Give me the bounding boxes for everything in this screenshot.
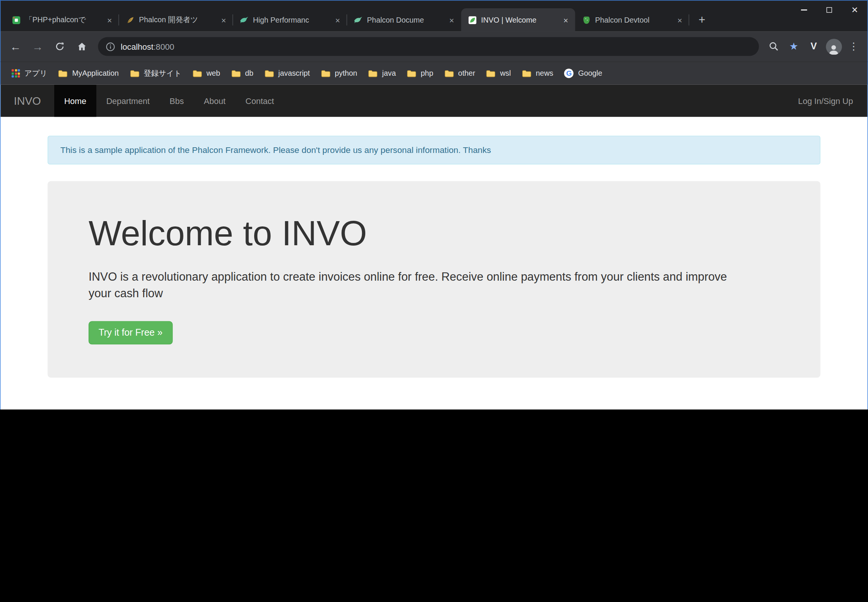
quill-favicon-icon <box>126 15 135 25</box>
tab-close-icon[interactable]: × <box>219 15 229 25</box>
page-info-icon[interactable] <box>106 42 115 51</box>
folder-icon <box>444 69 454 77</box>
minimize-button[interactable] <box>791 0 817 19</box>
bookmark-label: Google <box>578 69 602 78</box>
forward-button[interactable]: → <box>27 36 48 57</box>
folder-icon <box>231 69 241 77</box>
bookmark-folder-python[interactable]: python <box>316 65 363 82</box>
bookmark-label: MyApplication <box>72 69 119 78</box>
bookmark-label: db <box>245 69 253 78</box>
info-alert: This is a sample application of the Phal… <box>48 136 820 164</box>
folder-icon <box>522 69 531 77</box>
browser-menu-button[interactable]: ⋮ <box>844 37 863 56</box>
nav-item-bbs[interactable]: Bbs <box>159 85 194 117</box>
bookmark-label: news <box>536 69 553 78</box>
maximize-button[interactable] <box>816 0 842 19</box>
bookmark-label: java <box>382 69 396 78</box>
back-button[interactable]: ← <box>5 36 26 57</box>
folder-icon <box>321 69 330 77</box>
phalcon-bird-favicon-icon <box>354 15 363 25</box>
page-viewport: INVO Home Department Bbs About Contact L… <box>0 85 867 410</box>
bookmark-label: 登録サイト <box>144 69 181 78</box>
address-bar[interactable]: localhost:8000 <box>98 37 759 56</box>
tab-phalcon-docs[interactable]: Phalcon Docume × <box>347 8 461 32</box>
person-icon <box>828 43 840 54</box>
minimize-icon <box>801 9 807 10</box>
folder-icon <box>192 69 202 77</box>
folder-icon <box>407 69 417 77</box>
content-container: This is a sample application of the Phal… <box>48 136 820 410</box>
url-port: :8000 <box>153 42 174 51</box>
bookmarks-bar: アプリ MyApplication 登録サイト web db javascrip… <box>0 61 867 85</box>
magnifier-icon <box>769 41 779 51</box>
url-host: localhost <box>121 42 153 51</box>
bookmark-folder-news[interactable]: news <box>516 65 558 82</box>
tab-close-icon[interactable]: × <box>561 15 570 25</box>
folder-icon <box>486 69 495 77</box>
tab-title: 「PHP+phalconで <box>25 15 100 25</box>
bookmark-folder-wsl[interactable]: wsl <box>481 65 517 82</box>
tab-close-icon[interactable]: × <box>105 15 115 25</box>
nav-item-department[interactable]: Department <box>97 85 159 117</box>
nav-item-home[interactable]: Home <box>54 85 97 117</box>
bookmark-folder-web[interactable]: web <box>187 65 226 82</box>
tab-invo-welcome[interactable]: INVO | Welcome × <box>461 8 575 32</box>
bookmark-label: php <box>421 69 433 78</box>
browser-window: 「PHP+phalconで × Phalcon 開発者ツ × High Perf… <box>0 0 868 410</box>
try-free-button[interactable]: Try it for Free » <box>89 321 172 344</box>
hero-jumbotron: Welcome to INVO INVO is a revolutionary … <box>48 181 820 378</box>
bookmark-label: other <box>458 69 475 78</box>
window-controls: ✕ <box>791 0 868 19</box>
hero-title: Welcome to INVO <box>89 213 779 253</box>
bookmark-label: web <box>206 69 220 78</box>
url-text[interactable]: localhost:8000 <box>121 42 174 51</box>
site-navbar: INVO Home Department Bbs About Contact L… <box>0 85 867 117</box>
tab-phalcon-site[interactable]: High Performanc × <box>233 8 347 32</box>
google-icon: G <box>564 69 574 78</box>
bookmark-folder-other[interactable]: other <box>439 65 480 82</box>
bookmark-apps[interactable]: アプリ <box>6 65 53 82</box>
bookmark-label: アプリ <box>25 69 48 78</box>
browser-toolbar: ← → localhost:8000 ★ V ⋮ <box>0 32 867 61</box>
tab-title: Phalcon 開発者ツ <box>139 15 214 25</box>
home-icon <box>77 41 87 51</box>
tab-close-icon[interactable]: × <box>675 15 685 25</box>
extension-v-icon[interactable]: V <box>804 37 823 56</box>
reload-icon <box>55 41 65 51</box>
devtools-favicon-icon <box>582 15 591 25</box>
folder-icon <box>130 69 140 77</box>
new-tab-button[interactable]: + <box>694 12 710 28</box>
apps-grid-icon <box>12 69 20 78</box>
bookmark-google[interactable]: G Google <box>559 65 608 82</box>
site-brand[interactable]: INVO <box>0 85 54 117</box>
bookmark-folder-php[interactable]: php <box>402 65 439 82</box>
tab-title: Phalcon Docume <box>367 16 442 24</box>
bookmark-folder-javascript[interactable]: javascript <box>259 65 316 82</box>
avatar <box>826 38 842 55</box>
folder-icon <box>368 69 378 77</box>
bookmark-folder-myapplication[interactable]: MyApplication <box>53 65 124 82</box>
tab-phalcon-developer[interactable]: Phalcon 開発者ツ × <box>119 8 233 32</box>
tab-close-icon[interactable]: × <box>333 15 342 25</box>
bookmark-folder-registered-sites[interactable]: 登録サイト <box>124 65 187 82</box>
hero-text: INVO is a revolutionary application to c… <box>89 269 750 302</box>
folder-icon <box>264 69 274 77</box>
tab-title: High Performanc <box>253 16 328 24</box>
bookmark-star-icon[interactable]: ★ <box>784 37 803 56</box>
nav-item-about[interactable]: About <box>194 85 236 117</box>
bookmark-label: javascript <box>278 69 310 78</box>
profile-avatar[interactable] <box>824 37 843 56</box>
bookmark-folder-db[interactable]: db <box>225 65 259 82</box>
tab-title: INVO | Welcome <box>481 16 556 24</box>
blog-favicon-icon <box>12 15 21 25</box>
home-button[interactable] <box>72 36 93 57</box>
tab-php-phalcon[interactable]: 「PHP+phalconで × <box>5 8 119 32</box>
close-window-button[interactable]: ✕ <box>842 0 868 19</box>
reload-button[interactable] <box>49 36 71 57</box>
bookmark-folder-java[interactable]: java <box>363 65 402 82</box>
login-signup-link[interactable]: Log In/Sign Up <box>784 85 867 117</box>
zoom-button[interactable] <box>764 37 783 56</box>
tab-phalcon-devtools[interactable]: Phalcon Devtool × <box>575 8 689 32</box>
nav-item-contact[interactable]: Contact <box>235 85 284 117</box>
tab-close-icon[interactable]: × <box>446 15 456 25</box>
